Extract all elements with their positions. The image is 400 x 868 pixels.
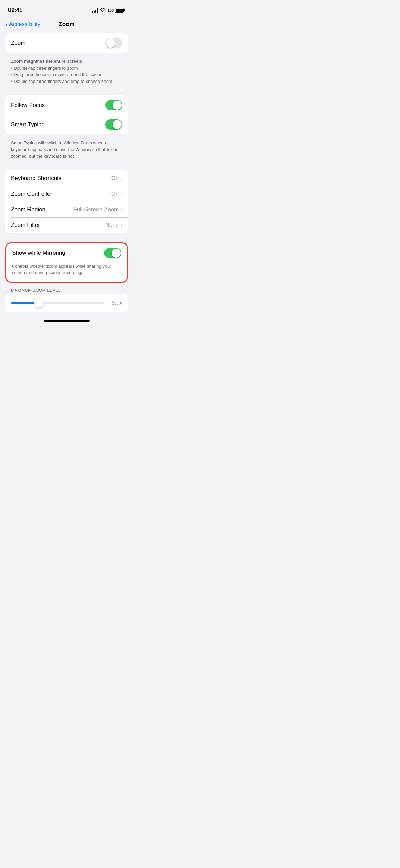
keyboard-shortcuts-value: On bbox=[111, 175, 119, 182]
content: Zoom Zoom magnifies the entire screen: D… bbox=[0, 33, 133, 312]
home-bar bbox=[44, 320, 90, 322]
zoom-controller-value: On bbox=[111, 191, 119, 197]
zoom-desc-item-1: Double-tap three fingers to zoom bbox=[11, 65, 122, 72]
status-icons: 100 bbox=[92, 8, 125, 13]
max-zoom-header: MAXIMUM ZOOM LEVEL bbox=[5, 285, 128, 294]
zoom-toggle[interactable] bbox=[105, 38, 122, 48]
zoom-row: Zoom bbox=[5, 33, 128, 53]
follow-focus-row: Follow Focus bbox=[5, 95, 128, 115]
back-button[interactable]: ‹ Accessibility bbox=[5, 21, 40, 28]
zoom-desc-item-2: Drag three fingers to move around the sc… bbox=[11, 71, 122, 78]
mirroring-description: Controls whether zoom appears while shar… bbox=[6, 263, 127, 282]
zoom-filter-row[interactable]: Zoom Filter None › bbox=[5, 217, 128, 233]
smart-typing-label: Smart Typing bbox=[11, 121, 45, 128]
zoom-region-label: Zoom Region bbox=[11, 206, 45, 213]
zoom-controller-right: On › bbox=[111, 191, 122, 197]
zoom-description-title: Zoom magnifies the entire screen: bbox=[11, 59, 83, 64]
follow-focus-toggle[interactable] bbox=[105, 100, 122, 110]
spacer-1 bbox=[5, 89, 128, 95]
zoom-description-list: Double-tap three fingers to zoom Drag th… bbox=[11, 65, 122, 85]
back-chevron-icon: ‹ bbox=[5, 21, 8, 28]
zoom-controller-label: Zoom Controller bbox=[11, 191, 52, 197]
mirroring-card-inner: Show while Mirroring Controls whether zo… bbox=[6, 243, 127, 282]
zoom-controller-chevron: › bbox=[121, 191, 122, 197]
zoom-region-right: Full Screen Zoom › bbox=[73, 206, 122, 213]
mirroring-knob bbox=[112, 249, 121, 258]
zoom-description: Zoom magnifies the entire screen: Double… bbox=[5, 55, 128, 89]
spacer-2 bbox=[5, 164, 128, 170]
slider-card: 5.0x bbox=[5, 294, 128, 312]
zoom-filter-chevron: › bbox=[121, 222, 122, 228]
zoom-filter-right: None › bbox=[105, 222, 122, 229]
keyboard-shortcuts-label: Keyboard Shortcuts bbox=[11, 175, 61, 182]
zoom-desc-item-3: Double-tap three fingers and drag to cha… bbox=[11, 78, 122, 85]
slider-value: 5.0x bbox=[109, 300, 122, 306]
zoom-region-chevron: › bbox=[121, 207, 122, 212]
zoom-card: Zoom bbox=[5, 33, 128, 53]
smart-typing-row: Smart Typing bbox=[5, 115, 128, 134]
mirroring-label: Show while Mirroring bbox=[12, 250, 65, 256]
mirroring-toggle[interactable] bbox=[104, 248, 121, 258]
focus-typing-card: Follow Focus Smart Typing bbox=[5, 95, 128, 134]
smart-typing-knob bbox=[113, 120, 122, 129]
status-time: 09:41 bbox=[8, 7, 22, 14]
back-label: Accessibility bbox=[9, 21, 41, 28]
nav-header: ‹ Accessibility Zoom bbox=[0, 18, 133, 33]
battery-icon: 100 bbox=[108, 8, 125, 13]
follow-focus-knob bbox=[113, 101, 122, 110]
smart-typing-toggle[interactable] bbox=[105, 119, 122, 130]
zoom-filter-value: None bbox=[105, 222, 119, 229]
spacer-3 bbox=[5, 236, 128, 242]
zoom-region-value: Full Screen Zoom bbox=[73, 206, 119, 213]
zoom-label: Zoom bbox=[11, 40, 25, 47]
keyboard-shortcuts-chevron: › bbox=[121, 176, 122, 181]
keyboard-shortcuts-row[interactable]: Keyboard Shortcuts On › bbox=[5, 170, 128, 186]
home-indicator bbox=[0, 317, 133, 324]
page-title: Zoom bbox=[59, 21, 74, 28]
zoom-filter-label: Zoom Filter bbox=[11, 222, 40, 229]
zoom-controller-row[interactable]: Zoom Controller On › bbox=[5, 186, 128, 202]
wifi-icon bbox=[100, 8, 106, 13]
slider-track[interactable] bbox=[11, 302, 105, 304]
zoom-region-row[interactable]: Zoom Region Full Screen Zoom › bbox=[5, 202, 128, 217]
mirroring-card-highlighted: Show while Mirroring Controls whether zo… bbox=[5, 242, 128, 283]
follow-focus-label: Follow Focus bbox=[11, 102, 45, 109]
slider-thumb[interactable] bbox=[34, 298, 44, 308]
mirroring-row: Show while Mirroring bbox=[6, 243, 127, 263]
signal-icon bbox=[92, 8, 98, 13]
settings-card: Keyboard Shortcuts On › Zoom Controller … bbox=[5, 170, 128, 233]
status-bar: 09:41 100 bbox=[0, 0, 133, 18]
slider-row: 5.0x bbox=[5, 294, 128, 312]
smart-typing-description: Smart Typing will switch to Window Zoom … bbox=[5, 137, 128, 164]
zoom-toggle-knob bbox=[106, 38, 115, 48]
keyboard-shortcuts-right: On › bbox=[111, 175, 122, 182]
